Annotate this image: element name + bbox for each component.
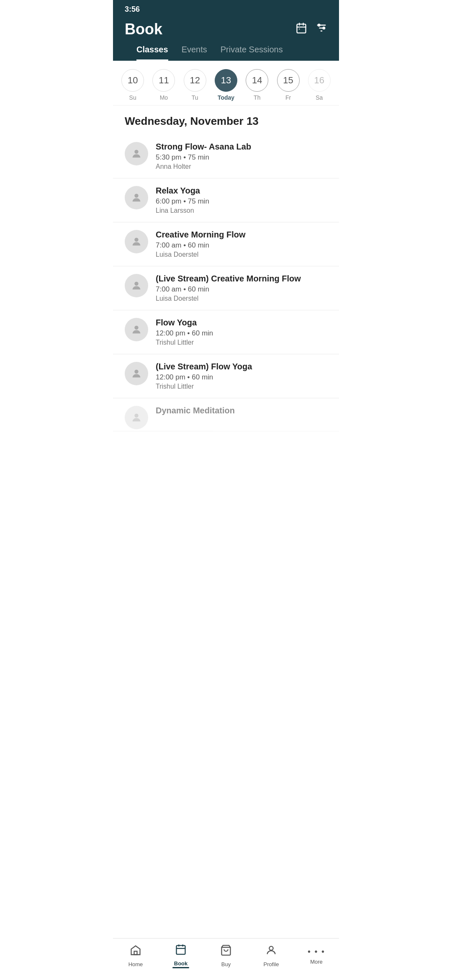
class-time: 7:00 am • 60 min [156,241,327,250]
day-12-number: 12 [184,69,206,92]
class-instructor: Luisa Doerstel [156,295,327,302]
class-time: 12:00 pm • 60 min [156,329,327,338]
day-11[interactable]: 11 Mo [152,69,175,101]
day-16-number: 16 [308,69,331,92]
date-heading: Wednesday, November 13 [113,106,339,134]
day-16[interactable]: 16 Sa [308,69,331,101]
class-time: 7:00 am • 60 min [156,285,327,294]
class-time: 12:00 pm • 60 min [156,373,327,382]
filter-icon[interactable] [316,22,327,37]
class-name: Creative Morning Flow [156,230,327,240]
avatar [125,406,148,429]
day-16-label: Sa [316,94,323,101]
tab-classes[interactable]: Classes [136,45,168,61]
status-bar: 3:56 [125,0,327,17]
class-item[interactable]: Strong Flow- Asana Lab 5:30 pm • 75 min … [113,134,339,178]
class-info: (Live Stream) Creative Morning Flow 7:00… [156,274,327,302]
avatar [125,362,148,385]
day-15-label: Fr [285,94,291,101]
class-info: Flow Yoga 12:00 pm • 60 min Trishul Litt… [156,318,327,346]
avatar [125,230,148,253]
avatar [125,186,148,209]
class-name: Strong Flow- Asana Lab [156,142,327,152]
page-title: Book [125,21,162,38]
class-name: Flow Yoga [156,318,327,328]
class-instructor: Trishul Littler [156,383,327,390]
calendar-strip: 10 Su 11 Mo 12 Tu 13 Today 14 Th 15 Fr 1… [113,61,339,106]
class-info: Relax Yoga 6:00 pm • 75 min Lina Larsson [156,186,327,214]
day-14-number: 14 [246,69,268,92]
svg-point-13 [134,282,138,286]
day-10-label: Su [129,94,136,101]
day-11-label: Mo [160,94,168,101]
class-instructor: Trishul Littler [156,339,327,346]
tab-events[interactable]: Events [182,45,207,61]
svg-point-9 [323,27,325,29]
day-10-number: 10 [121,69,144,92]
class-item[interactable]: (Live Stream) Creative Morning Flow 7:00… [113,266,339,310]
class-info: Strong Flow- Asana Lab 5:30 pm • 75 min … [156,142,327,170]
content-area: Wednesday, November 13 Strong Flow- Asan… [113,106,339,473]
class-list: Strong Flow- Asana Lab 5:30 pm • 75 min … [113,134,339,431]
class-item[interactable]: Relax Yoga 6:00 pm • 75 min Lina Larsson [113,178,339,222]
svg-point-15 [134,370,138,374]
svg-point-16 [134,414,138,418]
day-12-label: Tu [192,94,198,101]
class-time: 5:30 pm • 75 min [156,153,327,162]
class-item[interactable]: Dynamic Meditation [113,398,339,431]
day-13-label: Today [218,94,234,101]
avatar [125,274,148,297]
class-info: Creative Morning Flow 7:00 am • 60 min L… [156,230,327,258]
day-13-number: 13 [215,69,237,92]
class-instructor: Anna Holter [156,163,327,170]
avatar [125,142,148,165]
svg-point-10 [134,150,138,154]
class-item[interactable]: Flow Yoga 12:00 pm • 60 min Trishul Litt… [113,310,339,354]
header-icons [295,22,327,37]
day-12[interactable]: 12 Tu [184,69,206,101]
class-name: (Live Stream) Flow Yoga [156,362,327,371]
svg-rect-0 [297,24,306,33]
class-name: Relax Yoga [156,186,327,196]
class-name: (Live Stream) Creative Morning Flow [156,274,327,284]
calendar-icon[interactable] [295,22,307,37]
svg-point-14 [134,326,138,330]
header: 3:56 Book [113,0,339,61]
class-item[interactable]: Creative Morning Flow 7:00 am • 60 min L… [113,222,339,266]
class-instructor: Lina Larsson [156,207,327,214]
class-info: (Live Stream) Flow Yoga 12:00 pm • 60 mi… [156,362,327,390]
header-row: Book [125,17,327,45]
class-name: Dynamic Meditation [156,406,327,415]
svg-point-12 [134,238,138,242]
time: 3:56 [125,5,140,13]
day-15[interactable]: 15 Fr [277,69,300,101]
day-11-number: 11 [152,69,175,92]
day-15-number: 15 [277,69,300,92]
day-10[interactable]: 10 Su [121,69,144,101]
class-info: Dynamic Meditation [156,406,327,417]
tab-private-sessions[interactable]: Private Sessions [221,45,283,61]
class-item[interactable]: (Live Stream) Flow Yoga 12:00 pm • 60 mi… [113,354,339,398]
class-time: 6:00 pm • 75 min [156,197,327,206]
tabs: Classes Events Private Sessions [125,45,327,61]
day-13[interactable]: 13 Today [215,69,237,101]
day-14-label: Th [254,94,260,101]
svg-point-8 [318,24,320,26]
class-instructor: Luisa Doerstel [156,251,327,258]
avatar [125,318,148,341]
svg-point-11 [134,194,138,198]
day-14[interactable]: 14 Th [246,69,268,101]
